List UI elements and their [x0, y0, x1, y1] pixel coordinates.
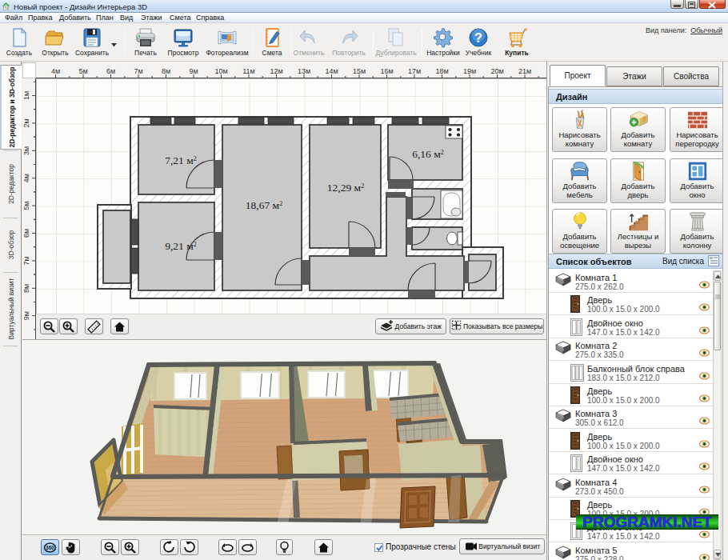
svg-text:17м: 17м [408, 67, 421, 75]
svg-text:20м: 20м [490, 67, 503, 75]
svg-text:7м: 7м [22, 256, 30, 265]
svg-text:19м: 19м [463, 67, 476, 75]
svg-text:18м: 18м [435, 67, 448, 75]
svg-text:2м: 2м [22, 118, 30, 127]
svg-text:4м: 4м [51, 67, 60, 75]
svg-text:10м: 10м [214, 67, 227, 75]
svg-text:21м: 21м [518, 67, 531, 75]
svg-text:5м: 5м [78, 67, 87, 75]
svg-text:7м: 7м [134, 67, 142, 75]
svg-text:12,29 м2: 12,29 м2 [327, 182, 364, 194]
svg-text:13м: 13м [298, 67, 310, 75]
svg-text:4м: 4м [22, 174, 30, 182]
svg-text:1м: 1м [22, 91, 30, 100]
svg-text:9м: 9м [189, 67, 198, 75]
svg-text:18,67 м2: 18,67 м2 [246, 199, 282, 211]
svg-text:8м: 8м [162, 67, 170, 75]
svg-text:9м: 9м [22, 311, 30, 320]
svg-text:360: 360 [46, 545, 54, 550]
svg-text:15м: 15м [353, 67, 366, 75]
svg-text:6м: 6м [22, 229, 30, 238]
svg-text:?: ? [474, 31, 482, 45]
svg-text:7,21 м2: 7,21 м2 [165, 154, 197, 166]
svg-text:16м: 16м [380, 67, 393, 75]
svg-text:5м: 5м [22, 201, 30, 210]
svg-text:6,16 м2: 6,16 м2 [412, 148, 444, 160]
svg-text:6м: 6м [106, 67, 115, 75]
svg-text:11м: 11м [242, 67, 255, 75]
svg-text:3м: 3м [22, 146, 30, 155]
svg-text:12м: 12м [270, 67, 282, 75]
svg-text:9,21 м2: 9,21 м2 [165, 240, 197, 252]
svg-text:8м: 8м [22, 284, 30, 293]
svg-text:14м: 14м [325, 67, 338, 75]
